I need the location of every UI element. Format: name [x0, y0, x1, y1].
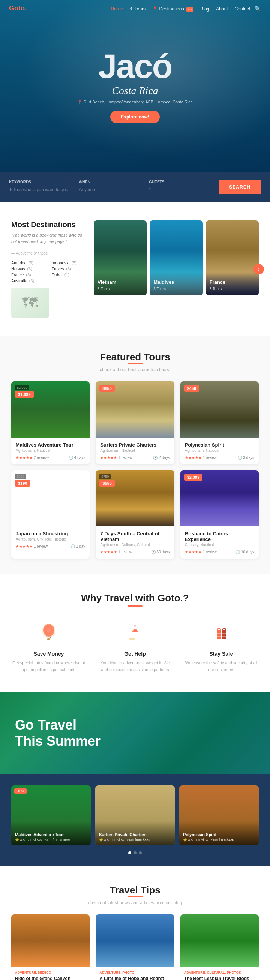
search-button[interactable]: SEARCH	[219, 180, 261, 194]
duration: 🕐 3 days	[238, 455, 254, 460]
slider-card-title: Maldives Adventure Tour	[15, 832, 87, 837]
hero-section: Jacó Costa Rica 📍 Surf Beach, Lompoc/Van…	[0, 0, 270, 172]
tip-title: The Best Lesbian Travel Blogs	[184, 976, 255, 980]
review-count: 2 reviews	[34, 455, 49, 460]
tour-card[interactable]: $290 $190 Japan on a Shoestring Agritour…	[11, 470, 90, 558]
tour-category: Agritourism, Culinary, Cultural	[100, 543, 170, 547]
tip-title: Ride of the Grand Canyon	[15, 976, 86, 980]
summer-banner: Go Travel This Summer	[0, 692, 270, 774]
dot-1[interactable]	[128, 851, 131, 854]
search-icon[interactable]: 🔍	[255, 6, 261, 12]
slider-card-meta: ⭐ 4.5 2 reviews Start from $1699	[15, 838, 87, 842]
why-item-title: Get Help	[124, 651, 146, 657]
list-item: Australia (3)	[11, 278, 46, 283]
why-item-desc: We ensure the safety and security of all…	[184, 660, 259, 673]
svg-rect-12	[218, 629, 221, 631]
svg-point-9	[134, 625, 136, 627]
duration: 🕐 1 day	[70, 544, 85, 549]
slider-card[interactable]: Polynesian Spirit ⭐ 4.5 1 review Start f…	[179, 786, 259, 845]
list-item: Dubai (1)	[52, 272, 86, 277]
rating-stars: ★★★★★	[185, 550, 202, 554]
guests-input[interactable]	[149, 186, 213, 194]
stay-safe-icon	[208, 620, 234, 646]
review-count: 1 review	[118, 550, 132, 554]
review-count: 1 review	[202, 455, 216, 460]
tour-card[interactable]: $2,099 Brisbane to Cairns Experience Cul…	[180, 470, 259, 558]
why-item-title: Save Money	[34, 651, 64, 657]
tour-card[interactable]: $2,099 $1,699 Maldives Adventure Tour Ag…	[11, 381, 90, 464]
when-field: When	[79, 180, 143, 194]
tour-price: $550	[99, 480, 114, 487]
old-price: $290	[15, 474, 26, 479]
location-icon: 📍	[77, 100, 83, 104]
svg-point-8	[129, 638, 135, 640]
slider-dots	[11, 851, 259, 854]
why-item-desc: Get special rates found nowhere else at …	[11, 660, 86, 673]
why-travel-section: Why Travel with Goto.? Save Money Get sp…	[0, 574, 270, 692]
duration: 🕐 10 days	[235, 550, 254, 554]
most-destinations-section: Most Destinations "The world is a book a…	[0, 202, 270, 336]
guests-label: Guests	[149, 180, 213, 184]
featured-tours-section: Featured Tours check out our best promot…	[0, 336, 270, 574]
nav-destinations[interactable]: 📍 Destinations Hot	[152, 6, 194, 12]
why-title: Why Travel with Goto.?	[11, 592, 259, 604]
svg-rect-10	[217, 630, 221, 639]
slider-grid: -15% Maldives Adventure Tour ⭐ 4.5 2 rev…	[11, 786, 259, 845]
site-logo[interactable]: Goto.	[9, 5, 27, 13]
when-input[interactable]	[79, 186, 143, 194]
nav-tours[interactable]: ✈ Tours	[130, 6, 146, 12]
dot-2[interactable]	[133, 851, 137, 854]
nav-blog[interactable]: Blog	[200, 6, 209, 12]
keywords-input[interactable]	[9, 186, 73, 194]
card-title: France	[210, 279, 255, 285]
rating-stars: ★★★★★	[16, 544, 33, 549]
tour-card[interactable]: $850 Surfers Private Charters Agritouris…	[95, 381, 174, 464]
destination-card-maldives[interactable]: Maldives 3 Tours	[149, 220, 202, 296]
tour-card[interactable]: $750 $550 7 Days South – Central of Viet…	[95, 470, 174, 558]
svg-rect-13	[223, 629, 226, 631]
svg-rect-5	[47, 638, 50, 640]
rating-stars: ★★★★★	[100, 550, 117, 554]
tour-price: $850	[99, 385, 114, 392]
guests-field: Guests	[149, 180, 213, 194]
tip-category: Adventure, Cultural, Photos	[184, 970, 255, 974]
tour-card[interactable]: $450 Polynesian Spirit Agritourism, Naut…	[180, 381, 259, 464]
tour-category: Agritourism, Nautical	[100, 449, 170, 452]
old-price: $2,099	[15, 385, 29, 390]
slider-card[interactable]: -15% Maldives Adventure Tour ⭐ 4.5 2 rev…	[11, 786, 91, 845]
quote-author: — Augustine of Hippo	[11, 250, 86, 256]
explore-button[interactable]: Explore now!	[110, 111, 159, 123]
destination-card-vietnam[interactable]: Vietnam 3 Tours	[94, 220, 147, 296]
list-item: Indonesia (5)	[52, 261, 86, 265]
featured-title: Featured Tours	[11, 351, 259, 363]
nav-home[interactable]: Home	[111, 6, 123, 12]
travel-tips-section: Travel Tips checkout latest news and art…	[0, 865, 270, 980]
nav-links: Home ✈ Tours 📍 Destinations Hot Blog Abo…	[111, 5, 250, 12]
nav-contact[interactable]: Contact	[235, 6, 250, 12]
review-count: 1 review	[202, 550, 216, 554]
list-item: Norway (3)	[11, 267, 46, 271]
keywords-label: Keywords	[9, 180, 73, 184]
slider-card-meta: ⭐ 4.5 1 review Start from $850	[99, 838, 171, 842]
tip-card[interactable]: Adventure, Mexico Ride of the Grand Cany…	[11, 915, 90, 980]
tip-card[interactable]: Adventure, Cultural, Photos The Best Les…	[180, 915, 259, 980]
keywords-field: Keywords	[9, 180, 73, 194]
tip-card[interactable]: Adventure, Photo A Lifetime of Hope and …	[95, 915, 174, 980]
summer-text: Go Travel This Summer	[15, 717, 100, 749]
next-arrow[interactable]: ›	[254, 264, 264, 274]
card-tours: 3 Tours	[153, 287, 166, 291]
slider-card[interactable]: Surfers Private Charters ⭐ 4.5 1 review …	[95, 786, 175, 845]
tour-category: Agritourism, Nautical	[16, 449, 85, 452]
duration: 🕐 30 days	[151, 550, 170, 554]
slider-card-title: Surfers Private Charters	[99, 832, 171, 837]
card-title: Vietnam	[97, 279, 143, 285]
destinations-quote: "The world is a book and those who do no…	[11, 232, 86, 245]
dot-3[interactable]	[139, 851, 142, 854]
destination-card-france[interactable]: France 3 Tours	[206, 220, 259, 296]
destinations-list: America (3) Indonesia (5) Norway (3) Tur…	[11, 261, 86, 283]
duration: 🕐 2 days	[153, 455, 170, 460]
tour-price: $190	[15, 480, 30, 487]
tour-category: Agritourism, Nautical	[185, 449, 254, 452]
nav-about[interactable]: About	[216, 6, 228, 12]
destination-map	[11, 288, 49, 318]
